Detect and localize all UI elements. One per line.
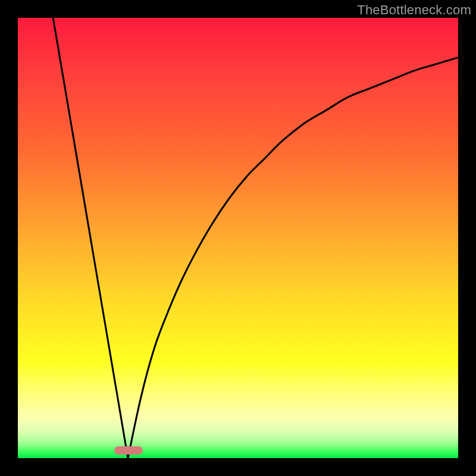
notch-marker: [114, 446, 143, 455]
watermark-text: TheBottleneck.com: [357, 2, 471, 18]
curve-layer: [18, 18, 458, 458]
left-branch: [53, 18, 128, 458]
chart-frame: TheBottleneck.com: [0, 0, 476, 476]
right-branch: [128, 58, 458, 458]
